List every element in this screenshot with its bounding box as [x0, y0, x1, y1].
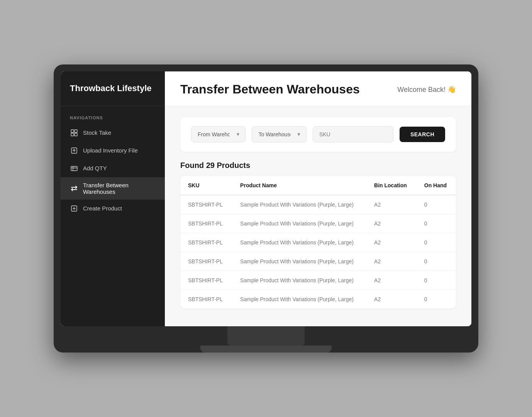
- cell-sku: SBTSHIRT-PL: [180, 290, 232, 309]
- table-header-row: SKU Product Name Bin Location On Hand: [180, 176, 456, 195]
- cell-product-name: Sample Product With Variations (Purple, …: [232, 252, 366, 271]
- cell-sku: SBTSHIRT-PL: [180, 271, 232, 290]
- nav-section-label: NAVIGATIONS: [61, 106, 165, 124]
- to-warehouse-select[interactable]: To Warehouse: [252, 126, 306, 142]
- upload-icon: [70, 146, 78, 155]
- cell-product-name: Sample Product With Variations (Purple, …: [232, 214, 366, 233]
- cell-product-name: Sample Product With Variations (Purple, …: [232, 290, 366, 309]
- table-row: SBTSHIRT-PL Sample Product With Variatio…: [180, 252, 456, 271]
- col-on-hand: On Hand: [417, 176, 456, 195]
- welcome-message: Welcome Back! 👋: [397, 85, 456, 94]
- main-body: From Warehouse ▼ To Warehouse ▼ SEARCH: [165, 106, 471, 326]
- create-icon: [70, 204, 78, 213]
- cell-product-name: Sample Product With Variations (Purple, …: [232, 271, 366, 290]
- sidebar-item-transfer-warehouses[interactable]: Transfer Between Warehouses: [61, 177, 165, 200]
- cell-product-name: Sample Product With Variations (Purple, …: [232, 195, 366, 214]
- col-bin-location: Bin Location: [366, 176, 417, 195]
- sidebar-item-label: Stock Take: [83, 129, 111, 136]
- sidebar-brand: Throwback Lifestyle: [61, 83, 165, 106]
- found-label: Found 29 Products: [180, 161, 456, 170]
- cell-sku: SBTSHIRT-PL: [180, 252, 232, 271]
- cell-bin-location: A2: [366, 252, 417, 271]
- from-warehouse-wrapper: From Warehouse ▼: [191, 126, 246, 142]
- transfer-icon: [70, 184, 78, 193]
- search-panel: From Warehouse ▼ To Warehouse ▼ SEARCH: [180, 117, 456, 152]
- main-header: Transfer Between Warehouses Welcome Back…: [165, 71, 471, 106]
- table-row: SBTSHIRT-PL Sample Product With Variatio…: [180, 214, 456, 233]
- sidebar-nav: Stock Take Upload Inventory File: [61, 124, 165, 217]
- col-product-name: Product Name: [232, 176, 366, 195]
- cell-product-name: Sample Product With Variations (Purple, …: [232, 233, 366, 252]
- main-content: Transfer Between Warehouses Welcome Back…: [165, 71, 471, 326]
- sidebar-item-upload-inventory[interactable]: Upload Inventory File: [61, 142, 165, 159]
- plus-box-icon: [70, 164, 78, 173]
- cell-on-hand: 0: [417, 252, 456, 271]
- cell-sku: SBTSHIRT-PL: [180, 195, 232, 214]
- cell-sku: SBTSHIRT-PL: [180, 233, 232, 252]
- cell-on-hand: 0: [417, 290, 456, 309]
- sidebar-item-add-qty[interactable]: Add QTY: [61, 159, 165, 177]
- cell-bin-location: A2: [366, 271, 417, 290]
- cell-on-hand: 0: [417, 214, 456, 233]
- cell-on-hand: 0: [417, 233, 456, 252]
- from-warehouse-select[interactable]: From Warehouse: [191, 126, 246, 142]
- svg-rect-2: [71, 133, 74, 136]
- to-warehouse-wrapper: To Warehouse ▼: [252, 126, 306, 142]
- svg-rect-3: [75, 133, 77, 136]
- cell-on-hand: 0: [417, 271, 456, 290]
- grid-icon: [70, 129, 78, 137]
- svg-rect-1: [75, 130, 77, 132]
- table-row: SBTSHIRT-PL Sample Product With Variatio…: [180, 271, 456, 290]
- cell-on-hand: 0: [417, 195, 456, 214]
- table-row: SBTSHIRT-PL Sample Product With Variatio…: [180, 290, 456, 309]
- sidebar: Throwback Lifestyle NAVIGATIONS Stock Ta…: [61, 71, 165, 326]
- cell-bin-location: A2: [366, 214, 417, 233]
- svg-rect-0: [71, 130, 74, 132]
- sidebar-item-label: Add QTY: [83, 165, 107, 171]
- sidebar-item-label: Create Product: [83, 205, 122, 212]
- monitor-wrap: Throwback Lifestyle NAVIGATIONS Stock Ta…: [54, 64, 478, 353]
- cell-bin-location: A2: [366, 290, 417, 309]
- search-button[interactable]: SEARCH: [400, 127, 445, 142]
- table-container: SKU Product Name Bin Location On Hand SB…: [180, 176, 456, 309]
- cell-sku: SBTSHIRT-PL: [180, 214, 232, 233]
- table-row: SBTSHIRT-PL Sample Product With Variatio…: [180, 233, 456, 252]
- sidebar-item-label: Transfer Between Warehouses: [83, 182, 156, 195]
- svg-rect-5: [71, 166, 77, 171]
- page-title: Transfer Between Warehouses: [180, 82, 360, 97]
- col-sku: SKU: [180, 176, 232, 195]
- cell-bin-location: A2: [366, 233, 417, 252]
- sidebar-item-create-product[interactable]: Create Product: [61, 200, 165, 217]
- sku-input[interactable]: [313, 126, 393, 142]
- sidebar-item-stock-take[interactable]: Stock Take: [61, 124, 165, 142]
- brand-name: Throwback Lifestyle: [70, 83, 152, 93]
- cell-bin-location: A2: [366, 195, 417, 214]
- table-row: SBTSHIRT-PL Sample Product With Variatio…: [180, 195, 456, 214]
- monitor-screen: Throwback Lifestyle NAVIGATIONS Stock Ta…: [61, 71, 471, 326]
- products-table: SKU Product Name Bin Location On Hand SB…: [180, 176, 456, 309]
- sidebar-item-label: Upload Inventory File: [83, 147, 138, 154]
